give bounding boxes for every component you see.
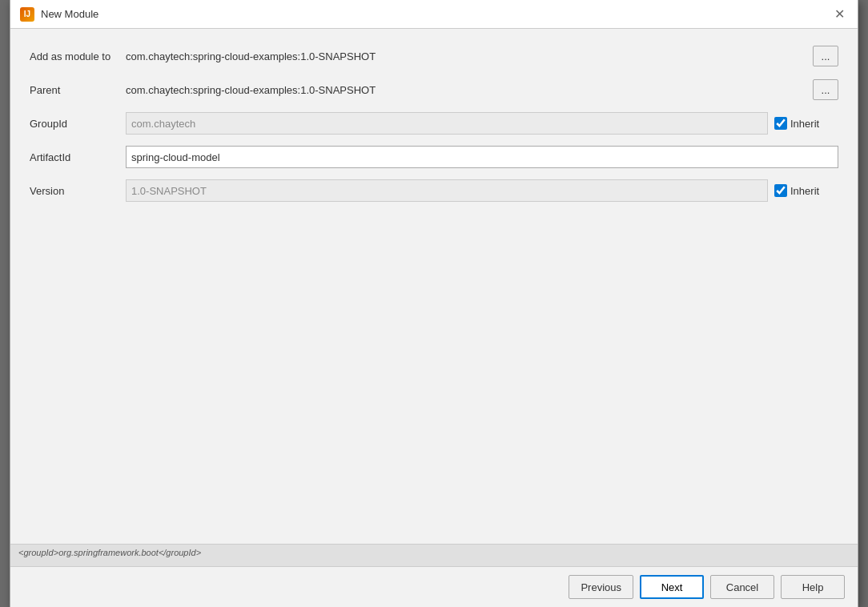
add-as-module-browse-button[interactable]: ... bbox=[813, 46, 838, 66]
artifact-id-label: ArtifactId bbox=[30, 151, 126, 163]
parent-value: com.chaytech:spring-cloud-examples:1.0-S… bbox=[126, 84, 806, 96]
version-inherit-checkbox[interactable] bbox=[774, 184, 787, 197]
new-module-dialog: IJ New Module ✕ Add as module to com.cha… bbox=[10, 0, 858, 607]
version-row: Version Inherit bbox=[30, 179, 838, 202]
bottom-strip: <groupId>org.springframework.boot</group… bbox=[10, 544, 858, 566]
dialog-footer: Previous Next Cancel Help bbox=[10, 566, 858, 607]
add-as-module-row: Add as module to com.chaytech:spring-clo… bbox=[30, 45, 838, 67]
parent-row: Parent com.chaytech:spring-cloud-example… bbox=[30, 78, 838, 101]
title-bar: IJ New Module ✕ bbox=[10, 0, 858, 29]
close-button[interactable]: ✕ bbox=[830, 6, 848, 23]
group-id-label: GroupId bbox=[30, 118, 126, 130]
group-id-inherit-container: Inherit bbox=[774, 117, 838, 130]
version-input[interactable] bbox=[126, 179, 768, 202]
version-inherit-container: Inherit bbox=[774, 184, 838, 197]
version-label: Version bbox=[30, 185, 126, 197]
add-as-module-label: Add as module to bbox=[30, 50, 126, 62]
dialog-title: New Module bbox=[41, 8, 98, 20]
version-inherit-label: Inherit bbox=[790, 185, 819, 197]
previous-button[interactable]: Previous bbox=[569, 575, 633, 599]
group-id-inherit-checkbox[interactable] bbox=[774, 117, 787, 130]
add-as-module-value: com.chaytech:spring-cloud-examples:1.0-S… bbox=[126, 50, 806, 62]
artifact-id-row: ArtifactId bbox=[30, 146, 838, 168]
help-button[interactable]: Help bbox=[781, 575, 845, 599]
group-id-input[interactable] bbox=[126, 112, 768, 135]
parent-label: Parent bbox=[30, 84, 126, 96]
next-button[interactable]: Next bbox=[640, 575, 704, 599]
group-id-inherit-label: Inherit bbox=[790, 118, 819, 130]
title-bar-left: IJ New Module bbox=[20, 7, 98, 22]
group-id-row: GroupId Inherit bbox=[30, 112, 838, 135]
dialog-content: Add as module to com.chaytech:spring-clo… bbox=[10, 29, 858, 544]
artifact-id-input[interactable] bbox=[126, 146, 838, 168]
app-icon: IJ bbox=[20, 7, 34, 22]
cancel-button[interactable]: Cancel bbox=[710, 575, 774, 599]
parent-browse-button[interactable]: ... bbox=[813, 79, 838, 100]
